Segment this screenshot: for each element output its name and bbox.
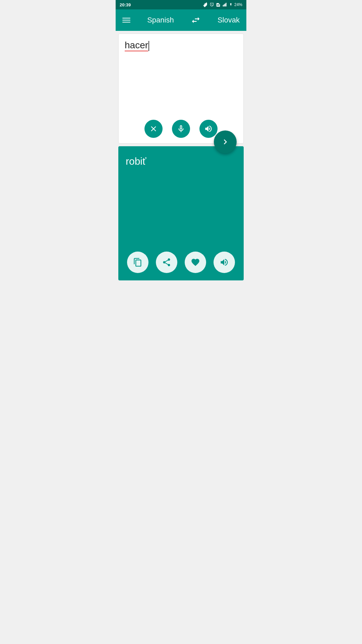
send-icon — [220, 137, 230, 147]
swap-icon — [191, 15, 201, 25]
input-area: hacer — [118, 34, 244, 144]
volume-icon — [204, 124, 213, 133]
speak-source-button[interactable] — [199, 120, 218, 138]
status-time: 20:39 — [120, 2, 131, 7]
output-actions — [118, 252, 244, 280]
share-icon — [162, 258, 171, 267]
signal-icon — [222, 2, 228, 7]
text-cursor — [148, 41, 149, 51]
source-language[interactable]: Spanish — [147, 16, 174, 24]
charging-icon — [229, 2, 233, 7]
menu-line-1 — [122, 18, 130, 18]
sim-icon — [216, 2, 221, 7]
menu-button[interactable] — [122, 18, 130, 22]
share-button[interactable] — [156, 252, 177, 273]
copy-icon — [133, 258, 142, 267]
microphone-button[interactable] — [172, 120, 190, 138]
status-bar: 20:39 24% — [116, 0, 246, 9]
output-text: robiť — [118, 146, 244, 252]
translate-button[interactable] — [214, 130, 237, 153]
svg-rect-2 — [225, 4, 225, 7]
battery-percent: 24% — [234, 2, 242, 7]
favorite-button[interactable] — [185, 252, 206, 273]
close-icon — [149, 124, 158, 133]
toolbar: Spanish Slovak — [116, 9, 246, 31]
swap-languages-button[interactable] — [191, 15, 201, 25]
mic-icon — [177, 124, 185, 133]
speak-translation-button[interactable] — [214, 252, 235, 273]
clear-button[interactable] — [144, 120, 163, 138]
alarm-icon — [209, 2, 214, 7]
output-area: robiť — [118, 146, 244, 280]
menu-line-2 — [122, 20, 130, 20]
target-language[interactable]: Slovak — [218, 16, 240, 24]
notification-muted-icon — [203, 2, 208, 7]
svg-rect-0 — [223, 5, 224, 6]
svg-rect-1 — [224, 4, 224, 6]
status-icons: 24% — [203, 2, 242, 7]
volume-up-icon — [220, 258, 229, 267]
input-text-display[interactable]: hacer — [119, 34, 243, 120]
main-content: hacer — [116, 31, 246, 283]
input-word: hacer — [125, 40, 148, 51]
copy-button[interactable] — [127, 252, 148, 273]
menu-line-3 — [122, 22, 130, 22]
heart-icon — [191, 258, 200, 267]
svg-rect-3 — [226, 3, 226, 6]
